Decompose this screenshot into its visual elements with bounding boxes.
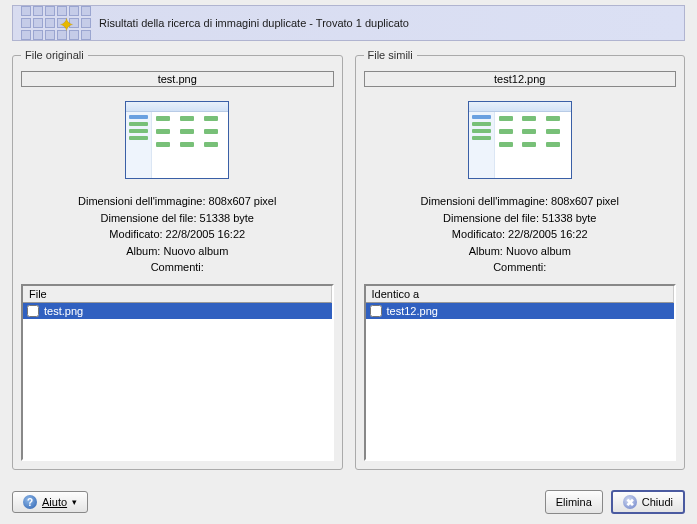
delete-label: Elimina <box>556 496 592 508</box>
help-label: Aiuto <box>42 496 67 508</box>
list-header-file[interactable]: File <box>23 286 332 303</box>
meta-album: Album: Nuovo album <box>21 243 334 260</box>
footer: ? Aiuto ▾ Elimina ✖ Chiudi <box>0 482 697 524</box>
list-item[interactable]: test.png <box>23 303 332 319</box>
similar-thumbnail[interactable] <box>468 101 572 179</box>
list-item-checkbox[interactable] <box>370 305 382 317</box>
list-item-checkbox[interactable] <box>27 305 39 317</box>
meta-modified: Modificato: 22/8/2005 16:22 <box>21 226 334 243</box>
list-item-label: test12.png <box>387 305 438 317</box>
meta-modified: Modificato: 22/8/2005 16:22 <box>364 226 677 243</box>
meta-filesize: Dimensione del file: 51338 byte <box>364 210 677 227</box>
delete-button[interactable]: Elimina <box>545 490 603 514</box>
list-item-label: test.png <box>44 305 83 317</box>
close-button[interactable]: ✖ Chiudi <box>611 490 685 514</box>
panel-originals: File originali test.png Dimensioni dell'… <box>12 49 343 470</box>
close-icon: ✖ <box>623 495 637 509</box>
original-meta: Dimensioni dell'immagine: 808x607 pixel … <box>21 193 334 276</box>
original-file-list: File test.png <box>21 284 334 462</box>
similar-file-list: Identico a test12.png <box>364 284 677 462</box>
list-header-identical[interactable]: Identico a <box>366 286 675 303</box>
help-button[interactable]: ? Aiuto ▾ <box>12 491 88 513</box>
similar-meta: Dimensioni dell'immagine: 808x607 pixel … <box>364 193 677 276</box>
panel-similar-legend: File simili <box>364 49 417 61</box>
meta-dimensions: Dimensioni dell'immagine: 808x607 pixel <box>21 193 334 210</box>
help-icon: ? <box>23 495 37 509</box>
content-area: File originali test.png Dimensioni dell'… <box>0 49 697 482</box>
meta-album: Album: Nuovo album <box>364 243 677 260</box>
meta-comments: Commenti: <box>21 259 334 276</box>
meta-dimensions: Dimensioni dell'immagine: 808x607 pixel <box>364 193 677 210</box>
list-item[interactable]: test12.png <box>366 303 675 319</box>
app-icon: ✦ <box>21 6 91 40</box>
original-filename: test.png <box>21 71 334 87</box>
original-thumb-wrap <box>21 101 334 179</box>
chevron-down-icon: ▾ <box>72 497 77 507</box>
original-thumbnail[interactable] <box>125 101 229 179</box>
meta-comments: Commenti: <box>364 259 677 276</box>
meta-filesize: Dimensione del file: 51338 byte <box>21 210 334 227</box>
similar-thumb-wrap <box>364 101 677 179</box>
close-label: Chiudi <box>642 496 673 508</box>
header-title: Risultati della ricerca di immagini dupl… <box>99 17 409 29</box>
similar-filename: test12.png <box>364 71 677 87</box>
header-bar: ✦ Risultati della ricerca di immagini du… <box>12 5 685 41</box>
panel-originals-legend: File originali <box>21 49 88 61</box>
panel-similar: File simili test12.png Dimensioni dell'i… <box>355 49 686 470</box>
